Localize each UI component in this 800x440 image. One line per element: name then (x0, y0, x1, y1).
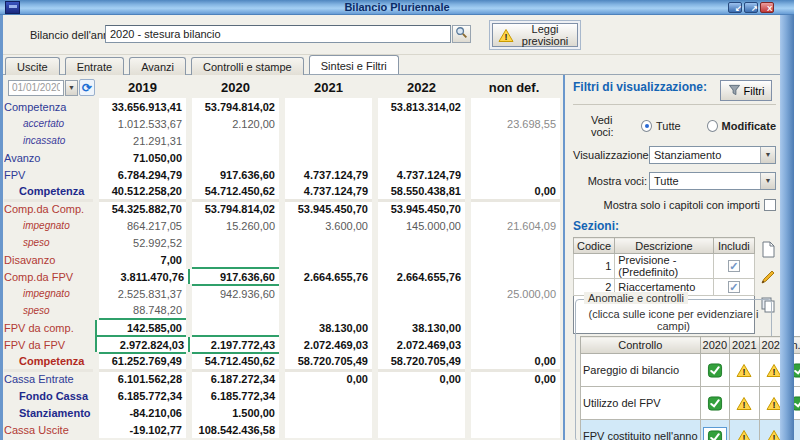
grid-cell: 942.936,60 (189, 285, 282, 302)
row-label: Competenza (4, 98, 96, 115)
grid-cell: 0,00 (468, 353, 560, 370)
warning-icon[interactable]: ! (736, 363, 752, 375)
edit-section-button[interactable] (760, 269, 776, 288)
close-button[interactable]: X (760, 2, 774, 13)
radio-tutte-label[interactable]: Tutte (656, 120, 681, 132)
check-icon[interactable] (707, 430, 723, 440)
grid-cell: 88.748,20 (96, 302, 189, 319)
col-header-2022: 2022 (375, 77, 468, 98)
search-button[interactable] (452, 25, 471, 43)
grid-cell (468, 387, 560, 404)
grid-cell: 53.945.450,70 (282, 200, 375, 217)
radio-tutte[interactable] (641, 120, 652, 132)
table-row: Competenza40.512.258,2054.712.450,624.73… (4, 183, 560, 200)
row-label: FPV da comp. (4, 319, 96, 336)
new-section-button[interactable] (760, 241, 776, 261)
table-row: Disavanzo7,00 (4, 251, 560, 268)
includi-checkbox[interactable]: ✓ (728, 260, 740, 272)
grid-cell: 108.542.436,58 (189, 421, 282, 438)
grid-cell (282, 132, 375, 149)
leggi-previsioni-button[interactable]: ! Leggi previsioni (492, 23, 578, 47)
row-label: Competenza (4, 353, 96, 370)
mostra-voci-label: Mostra voci: (573, 175, 649, 187)
grid-cell: 2.664.655,76 (375, 268, 468, 285)
date-combo: ▼ ⟳ (5, 79, 95, 96)
svg-text:!: ! (743, 433, 746, 440)
grid-cell: 53.794.814,02 (189, 200, 282, 217)
capitoli-checkbox[interactable] (764, 199, 776, 211)
grid-cell: 1.012.533,67 (96, 115, 189, 132)
table-row: impegnato2.525.831,37942.936,6025.000,00 (4, 285, 560, 302)
table-row: Avanzo71.050,00 (4, 149, 560, 166)
sezione-descrizione: Previsione - (Predefinito) (615, 254, 713, 279)
row-label: Cassa Entrate (4, 370, 96, 387)
visualizzazione-value: Stanziamento (650, 147, 760, 163)
warning-icon: ! (498, 28, 514, 43)
grid-cell: 21.291,31 (96, 132, 189, 149)
tab-avanzi[interactable]: Avanzi (129, 57, 186, 75)
grid-cell (189, 132, 282, 149)
grid-cell: 2.120,00 (189, 115, 282, 132)
date-dropdown-button[interactable]: ▼ (65, 80, 78, 96)
restore-button[interactable]: ↗ (744, 2, 758, 13)
check-icon[interactable] (707, 363, 723, 375)
row-label: Stanziamento (4, 404, 96, 421)
chevron-down-icon[interactable]: ▼ (760, 173, 775, 189)
minimize-button[interactable]: ↙ (728, 2, 742, 13)
grid-cell: 4.737.124,79 (282, 166, 375, 183)
table-row: Fondo Cassa6.185.772,346.185.772,34 (4, 387, 560, 404)
radio-modificate[interactable] (707, 120, 718, 132)
status-cell (700, 354, 729, 387)
row-label: FPV da FPV (4, 336, 96, 353)
tab-entrate[interactable]: Entrate (65, 57, 124, 75)
grid-cell: 54.712.450,62 (189, 183, 282, 200)
grid-cell (282, 251, 375, 268)
grid-cell (375, 404, 468, 421)
warning-icon[interactable]: ! (736, 396, 752, 408)
grid-cell: 21.604,09 (468, 217, 560, 234)
table-row: Competenza61.252.769,4954.712.450,6258.7… (4, 353, 560, 370)
anomalie-col-2021: 2021 (730, 337, 759, 354)
grid-cell (375, 302, 468, 319)
row-label: speso (4, 302, 96, 319)
refresh-button[interactable]: ⟳ (79, 79, 95, 96)
tab-sintesi-e-filtri[interactable]: Sintesi e Filtri (309, 55, 399, 74)
grid-cell: 38.130,00 (282, 319, 375, 336)
status-cell: ! (730, 420, 759, 440)
check-icon[interactable] (707, 396, 723, 408)
grid-cell: 0,00 (468, 370, 560, 387)
sezioni-row: 1Previsione - (Predefinito)✓ (574, 254, 755, 279)
warning-icon[interactable]: ! (736, 429, 752, 440)
chevron-down-icon[interactable]: ▼ (760, 147, 775, 163)
grid-cell: 2.664.655,76 (282, 268, 375, 285)
grid-cell: -84.210,06 (96, 404, 189, 421)
grid-cell: 53.813.314,02 (375, 98, 468, 115)
budget-year-input[interactable] (105, 25, 451, 43)
visualizzazione-select[interactable]: Stanziamento ▼ (649, 146, 776, 164)
grid-cell: 40.512.258,20 (96, 183, 189, 200)
grid-cell (468, 149, 560, 166)
visualizzazione-label: Visualizzazione (573, 149, 649, 161)
includi-checkbox[interactable]: ✓ (728, 281, 740, 293)
grid-cell: 7,00 (96, 251, 189, 268)
tab-uscite[interactable]: Uscite (5, 57, 60, 75)
radio-modificate-label[interactable]: Modificate (722, 120, 776, 132)
col-header-2019: 2019 (96, 77, 189, 98)
mostra-voci-select[interactable]: Tutte ▼ (649, 172, 776, 190)
capitoli-checkbox-label[interactable]: Mostra solo i capitoli con importi (603, 199, 760, 211)
tab-controlli-e-stampe[interactable]: Controlli e stampe (191, 57, 304, 75)
grid-cell: 58.720.705,49 (282, 353, 375, 370)
summary-grid-area: ▼ ⟳ 2019 2020 2021 2022 non def. Compete… (3, 75, 563, 440)
grid-cell (468, 98, 560, 115)
grid-cell (282, 302, 375, 319)
table-row: Comp.da Comp.54.325.882,7053.794.814,025… (4, 200, 560, 217)
date-input[interactable] (8, 80, 64, 96)
separator (573, 104, 776, 105)
grid-cell: 917.636,60 (189, 166, 282, 183)
table-row: impegnato864.217,0515.260,003.600,00145.… (4, 217, 560, 234)
anomalie-row: Utilizzo del FPV!! (581, 387, 800, 420)
summary-grid: ▼ ⟳ 2019 2020 2021 2022 non def. Compete… (4, 77, 560, 438)
row-label: Comp.da FPV (4, 268, 96, 285)
row-label: Fondo Cassa (4, 387, 96, 404)
filtri-button[interactable]: Filtri (720, 80, 772, 101)
